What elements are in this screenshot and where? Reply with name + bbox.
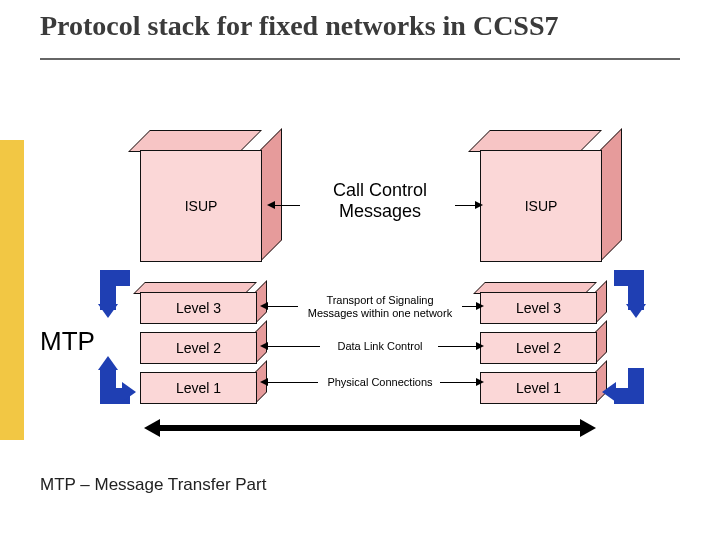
l2-text: Data Link Control [338,340,423,352]
accent-sidebar [0,140,24,440]
l1-text: Physical Connections [327,376,432,388]
slide-title: Protocol stack for fixed networks in CCS… [40,10,690,42]
l3-line2: Messages within one network [308,307,452,319]
arrow-head-left-icon [267,201,275,209]
title-underline [40,58,680,60]
l3-line1: Transport of Signaling [326,294,433,306]
left-isup-label: ISUP [185,198,218,214]
arrow-head-right-icon [476,342,484,350]
call-control-right-line [455,205,475,206]
right-level1-label: Level 1 [516,380,561,396]
arrow-head-right-icon [476,302,484,310]
level3-connector-label: Transport of Signaling Messages within o… [295,294,465,319]
call-control-left-line [275,205,300,206]
footer-note: MTP – Message Transfer Part [40,475,266,495]
left-level2-label: Level 2 [176,340,221,356]
slide: Protocol stack for fixed networks in CCS… [0,0,720,540]
level1-connector-label: Physical Connections [315,376,445,389]
level2-connector-label: Data Link Control [315,340,445,353]
arrow-head-left-icon [260,378,268,386]
level2-right-line [438,346,476,347]
call-control-label: Call Control Messages [300,180,460,221]
right-level3-label: Level 3 [516,300,561,316]
level1-right-line [440,382,476,383]
arrow-head-left-icon [260,342,268,350]
arrow-head-right-icon [476,378,484,386]
bottom-double-arrow [160,425,580,431]
right-isup-label: ISUP [525,198,558,214]
arrow-head-left-icon [260,302,268,310]
left-level1-label: Level 1 [176,380,221,396]
level3-left-line [268,306,298,307]
right-level2-label: Level 2 [516,340,561,356]
level1-left-line [268,382,318,383]
level2-left-line [268,346,320,347]
left-level3-label: Level 3 [176,300,221,316]
level3-right-line [462,306,476,307]
arrow-head-right-icon [580,419,596,437]
arrow-head-left-icon [144,419,160,437]
call-control-l1: Call Control [333,180,427,200]
mtp-label: MTP [40,326,95,357]
arrow-head-right-icon [475,201,483,209]
call-control-l2: Messages [339,201,421,221]
